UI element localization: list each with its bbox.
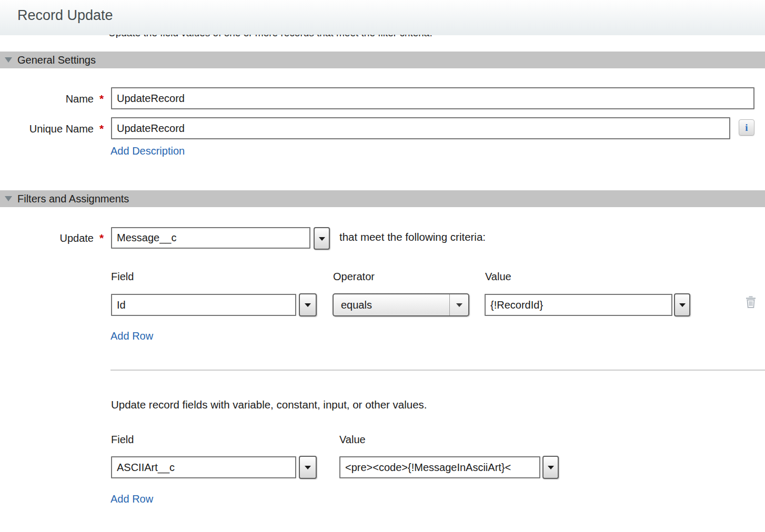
criteria-value-header: Value [485,271,511,283]
assignment-value-header: Value [339,434,366,446]
dropdown-caret-icon [548,466,554,469]
record-update-dialog: Record Update Update the field values of… [0,0,765,532]
section-header-filters-assignments[interactable]: Filters and Assignments [0,190,765,207]
dropdown-caret-icon [305,466,311,469]
unique-name-required-asterisk: * [96,122,107,135]
criteria-suffix-text: that meet the following criteria: [339,231,486,243]
assignments-intro-text: Update record fields with variable, cons… [111,398,427,411]
dropdown-caret-icon [679,303,686,307]
name-label: Name [0,93,94,105]
collapse-triangle-icon[interactable] [5,196,12,201]
delete-row-button[interactable] [744,294,758,309]
dropdown-caret-icon [319,237,325,241]
criteria-field-dropdown-button[interactable] [299,293,317,316]
update-object-input[interactable] [111,227,310,249]
criteria-value-dropdown-button[interactable] [674,293,690,316]
select-arrow-zone [450,303,468,307]
update-object-dropdown-button[interactable] [314,227,330,250]
criteria-field-header: Field [111,271,134,283]
dropdown-caret-icon [305,303,311,307]
clipped-description: Update the field values of one or more r… [108,35,761,38]
criteria-value-input[interactable] [485,294,672,316]
assignment-field-input[interactable] [111,456,296,478]
section-header-general-settings[interactable]: General Settings [0,52,765,68]
assignment-field-header: Field [111,434,134,446]
dialog-title: Record Update [17,7,113,24]
collapse-triangle-icon[interactable] [5,57,12,63]
assignments-add-row-link[interactable]: Add Row [110,493,153,505]
name-required-asterisk: * [96,93,107,105]
add-description-link[interactable]: Add Description [110,145,185,157]
unique-name-input[interactable] [111,117,730,139]
name-input[interactable] [111,87,754,109]
trash-icon [744,294,758,309]
criteria-field-input[interactable] [111,294,296,316]
dropdown-caret-icon [456,303,462,307]
info-icon: i [745,122,748,133]
assignment-value-input[interactable] [339,456,540,478]
criteria-operator-select[interactable]: equals [333,293,469,316]
criteria-add-row-link[interactable]: Add Row [110,330,153,342]
operator-selected-value: equals [334,299,449,311]
section-title: Filters and Assignments [17,190,129,207]
assignment-value-dropdown-button[interactable] [542,456,559,479]
section-divider [110,370,765,371]
unique-name-label: Unique Name [0,123,94,135]
section-title: General Settings [17,52,96,68]
assignment-field-dropdown-button[interactable] [299,456,317,479]
criteria-operator-header: Operator [333,271,375,283]
update-required-asterisk: * [96,232,107,244]
dialog-header: Record Update [0,0,765,35]
update-label: Update [0,232,94,244]
info-button[interactable]: i [739,119,754,136]
